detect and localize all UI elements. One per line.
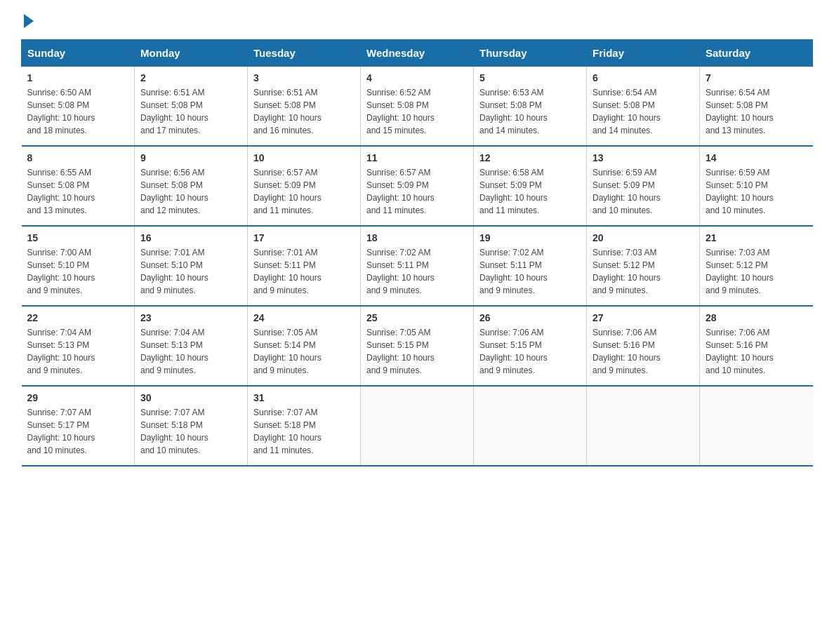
calendar-day-cell: 30 Sunrise: 7:07 AMSunset: 5:18 PMDaylig… xyxy=(135,386,248,466)
calendar-day-cell: 12 Sunrise: 6:58 AMSunset: 5:09 PMDaylig… xyxy=(474,146,587,226)
logo-triangle-icon xyxy=(24,14,34,28)
calendar-day-cell: 2 Sunrise: 6:51 AMSunset: 5:08 PMDayligh… xyxy=(135,67,248,147)
day-info: Sunrise: 7:00 AMSunset: 5:10 PMDaylight:… xyxy=(27,246,129,297)
day-header-monday: Monday xyxy=(135,40,248,67)
day-info: Sunrise: 7:07 AMSunset: 5:17 PMDaylight:… xyxy=(27,406,129,457)
day-info: Sunrise: 6:50 AMSunset: 5:08 PMDaylight:… xyxy=(27,86,129,137)
calendar-day-cell: 11 Sunrise: 6:57 AMSunset: 5:09 PMDaylig… xyxy=(361,146,474,226)
day-number: 31 xyxy=(253,392,355,403)
day-info: Sunrise: 7:04 AMSunset: 5:13 PMDaylight:… xyxy=(27,326,129,377)
calendar-day-cell: 3 Sunrise: 6:51 AMSunset: 5:08 PMDayligh… xyxy=(248,67,361,147)
page-header xyxy=(21,14,813,25)
calendar-day-cell: 26 Sunrise: 7:06 AMSunset: 5:15 PMDaylig… xyxy=(474,306,587,386)
calendar-day-cell: 22 Sunrise: 7:04 AMSunset: 5:13 PMDaylig… xyxy=(22,306,135,386)
day-info: Sunrise: 6:51 AMSunset: 5:08 PMDaylight:… xyxy=(140,86,241,137)
day-header-thursday: Thursday xyxy=(474,40,587,67)
calendar-day-cell: 15 Sunrise: 7:00 AMSunset: 5:10 PMDaylig… xyxy=(22,226,135,306)
day-header-friday: Friday xyxy=(587,40,700,67)
day-number: 4 xyxy=(366,72,468,83)
day-info: Sunrise: 7:06 AMSunset: 5:16 PMDaylight:… xyxy=(706,326,807,377)
day-number: 21 xyxy=(706,232,807,243)
calendar-week-row: 8 Sunrise: 6:55 AMSunset: 5:08 PMDayligh… xyxy=(22,146,813,226)
day-header-sunday: Sunday xyxy=(22,40,135,67)
day-number: 18 xyxy=(366,232,468,243)
calendar-day-cell: 7 Sunrise: 6:54 AMSunset: 5:08 PMDayligh… xyxy=(700,67,813,147)
calendar-day-cell: 29 Sunrise: 7:07 AMSunset: 5:17 PMDaylig… xyxy=(22,386,135,466)
day-header-wednesday: Wednesday xyxy=(361,40,474,67)
calendar-day-cell: 1 Sunrise: 6:50 AMSunset: 5:08 PMDayligh… xyxy=(22,67,135,147)
calendar-day-cell: 13 Sunrise: 6:59 AMSunset: 5:09 PMDaylig… xyxy=(587,146,700,226)
day-number: 15 xyxy=(27,232,129,243)
day-header-saturday: Saturday xyxy=(700,40,813,67)
day-number: 20 xyxy=(593,232,694,243)
calendar-week-row: 15 Sunrise: 7:00 AMSunset: 5:10 PMDaylig… xyxy=(22,226,813,306)
day-number: 23 xyxy=(140,312,241,323)
calendar-day-cell xyxy=(361,386,474,466)
day-info: Sunrise: 7:06 AMSunset: 5:15 PMDaylight:… xyxy=(479,326,581,377)
day-info: Sunrise: 6:59 AMSunset: 5:09 PMDaylight:… xyxy=(593,166,694,217)
day-info: Sunrise: 6:59 AMSunset: 5:10 PMDaylight:… xyxy=(706,166,807,217)
calendar-header: SundayMondayTuesdayWednesdayThursdayFrid… xyxy=(22,40,813,67)
calendar-day-cell: 10 Sunrise: 6:57 AMSunset: 5:09 PMDaylig… xyxy=(248,146,361,226)
calendar-day-cell: 23 Sunrise: 7:04 AMSunset: 5:13 PMDaylig… xyxy=(135,306,248,386)
calendar-day-cell xyxy=(587,386,700,466)
day-number: 30 xyxy=(140,392,241,403)
day-info: Sunrise: 6:54 AMSunset: 5:08 PMDaylight:… xyxy=(593,86,694,137)
calendar-day-cell: 28 Sunrise: 7:06 AMSunset: 5:16 PMDaylig… xyxy=(700,306,813,386)
day-info: Sunrise: 7:07 AMSunset: 5:18 PMDaylight:… xyxy=(253,406,355,457)
day-info: Sunrise: 7:05 AMSunset: 5:14 PMDaylight:… xyxy=(253,326,355,377)
day-info: Sunrise: 6:56 AMSunset: 5:08 PMDaylight:… xyxy=(140,166,241,217)
day-info: Sunrise: 7:02 AMSunset: 5:11 PMDaylight:… xyxy=(479,246,581,297)
calendar-day-cell: 16 Sunrise: 7:01 AMSunset: 5:10 PMDaylig… xyxy=(135,226,248,306)
day-number: 16 xyxy=(140,232,241,243)
calendar-day-cell xyxy=(474,386,587,466)
calendar-day-cell: 18 Sunrise: 7:02 AMSunset: 5:11 PMDaylig… xyxy=(361,226,474,306)
day-number: 3 xyxy=(253,72,355,83)
calendar-day-cell: 9 Sunrise: 6:56 AMSunset: 5:08 PMDayligh… xyxy=(135,146,248,226)
calendar-day-cell: 8 Sunrise: 6:55 AMSunset: 5:08 PMDayligh… xyxy=(22,146,135,226)
day-number: 1 xyxy=(27,72,129,83)
calendar-table: SundayMondayTuesdayWednesdayThursdayFrid… xyxy=(21,39,813,467)
calendar-week-row: 29 Sunrise: 7:07 AMSunset: 5:17 PMDaylig… xyxy=(22,386,813,466)
day-number: 11 xyxy=(366,152,468,163)
day-info: Sunrise: 7:07 AMSunset: 5:18 PMDaylight:… xyxy=(140,406,241,457)
day-header-row: SundayMondayTuesdayWednesdayThursdayFrid… xyxy=(22,40,813,67)
day-number: 28 xyxy=(706,312,807,323)
day-info: Sunrise: 6:55 AMSunset: 5:08 PMDaylight:… xyxy=(27,166,129,217)
day-info: Sunrise: 7:05 AMSunset: 5:15 PMDaylight:… xyxy=(366,326,468,377)
day-info: Sunrise: 7:02 AMSunset: 5:11 PMDaylight:… xyxy=(366,246,468,297)
day-number: 13 xyxy=(593,152,694,163)
day-info: Sunrise: 7:06 AMSunset: 5:16 PMDaylight:… xyxy=(593,326,694,377)
day-info: Sunrise: 7:01 AMSunset: 5:11 PMDaylight:… xyxy=(253,246,355,297)
day-number: 24 xyxy=(253,312,355,323)
day-info: Sunrise: 6:57 AMSunset: 5:09 PMDaylight:… xyxy=(366,166,468,217)
calendar-day-cell: 5 Sunrise: 6:53 AMSunset: 5:08 PMDayligh… xyxy=(474,67,587,147)
day-info: Sunrise: 7:03 AMSunset: 5:12 PMDaylight:… xyxy=(706,246,807,297)
calendar-day-cell: 21 Sunrise: 7:03 AMSunset: 5:12 PMDaylig… xyxy=(700,226,813,306)
day-number: 27 xyxy=(593,312,694,323)
calendar-day-cell: 20 Sunrise: 7:03 AMSunset: 5:12 PMDaylig… xyxy=(587,226,700,306)
day-info: Sunrise: 6:53 AMSunset: 5:08 PMDaylight:… xyxy=(479,86,581,137)
day-info: Sunrise: 7:01 AMSunset: 5:10 PMDaylight:… xyxy=(140,246,241,297)
day-number: 12 xyxy=(479,152,581,163)
calendar-week-row: 1 Sunrise: 6:50 AMSunset: 5:08 PMDayligh… xyxy=(22,67,813,147)
day-number: 10 xyxy=(253,152,355,163)
calendar-day-cell: 6 Sunrise: 6:54 AMSunset: 5:08 PMDayligh… xyxy=(587,67,700,147)
calendar-day-cell: 17 Sunrise: 7:01 AMSunset: 5:11 PMDaylig… xyxy=(248,226,361,306)
calendar-day-cell xyxy=(700,386,813,466)
day-header-tuesday: Tuesday xyxy=(248,40,361,67)
calendar-day-cell: 4 Sunrise: 6:52 AMSunset: 5:08 PMDayligh… xyxy=(361,67,474,147)
day-info: Sunrise: 6:51 AMSunset: 5:08 PMDaylight:… xyxy=(253,86,355,137)
day-info: Sunrise: 6:54 AMSunset: 5:08 PMDaylight:… xyxy=(706,86,807,137)
day-info: Sunrise: 6:58 AMSunset: 5:09 PMDaylight:… xyxy=(479,166,581,217)
day-number: 9 xyxy=(140,152,241,163)
calendar-day-cell: 27 Sunrise: 7:06 AMSunset: 5:16 PMDaylig… xyxy=(587,306,700,386)
calendar-day-cell: 25 Sunrise: 7:05 AMSunset: 5:15 PMDaylig… xyxy=(361,306,474,386)
day-number: 17 xyxy=(253,232,355,243)
day-number: 25 xyxy=(366,312,468,323)
day-number: 26 xyxy=(479,312,581,323)
day-number: 8 xyxy=(27,152,129,163)
day-number: 2 xyxy=(140,72,241,83)
day-info: Sunrise: 6:57 AMSunset: 5:09 PMDaylight:… xyxy=(253,166,355,217)
day-number: 7 xyxy=(706,72,807,83)
